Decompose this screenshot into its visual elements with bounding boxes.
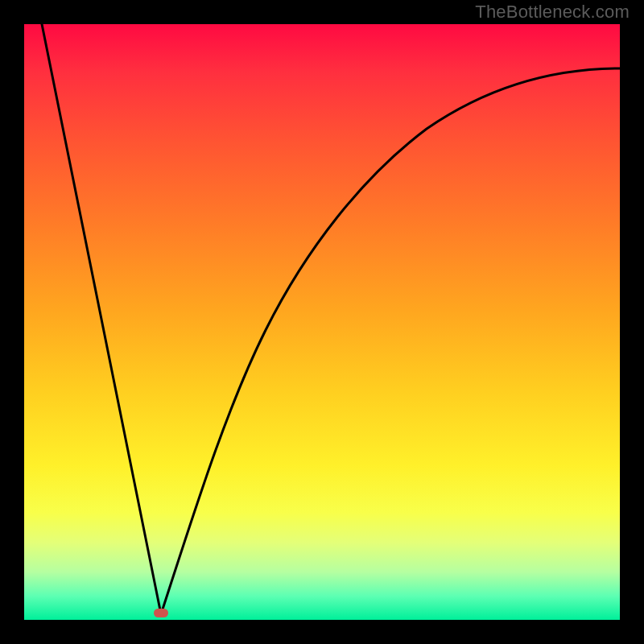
plot-area <box>24 24 620 620</box>
chart-frame: TheBottleneck.com <box>0 0 644 644</box>
curve-path <box>42 24 620 614</box>
watermark-text: TheBottleneck.com <box>475 2 630 23</box>
minimum-marker <box>154 609 168 617</box>
bottleneck-curve <box>24 24 620 620</box>
